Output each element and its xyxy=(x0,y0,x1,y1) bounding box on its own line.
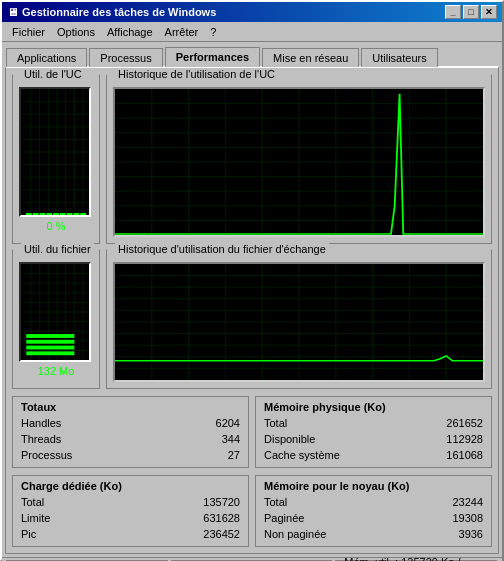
maximize-button[interactable]: □ xyxy=(463,5,479,19)
file-value: 132 Mo xyxy=(19,365,93,377)
file-history-label: Historique d'utilisation du fichier d'éc… xyxy=(115,243,329,255)
threads-label: Threads xyxy=(21,431,61,447)
stats-charge-dediee: Charge dédiée (Ko) Total 135720 Limite 6… xyxy=(12,475,249,547)
mem-dispo-label: Disponible xyxy=(264,431,315,447)
threads-value: 344 xyxy=(222,431,240,447)
window-title: Gestionnaire des tâches de Windows xyxy=(22,6,216,18)
file-util-label: Util. du fichier xyxy=(21,243,94,255)
file-history-group: Historique d'utilisation du fichier d'éc… xyxy=(106,249,492,389)
title-bar: 🖥 Gestionnaire des tâches de Windows _ □… xyxy=(2,2,502,22)
cpu-history-graph xyxy=(113,87,485,237)
cache-value: 161068 xyxy=(446,447,483,463)
mem-total-label: Total xyxy=(264,415,287,431)
stats-row-noyau-non-paginee: Non paginée 3936 xyxy=(264,526,483,542)
totaux-title: Totaux xyxy=(21,401,240,413)
noyau-non-paginee-value: 3936 xyxy=(459,526,483,542)
minimize-button[interactable]: _ xyxy=(445,5,461,19)
file-screen xyxy=(19,262,91,362)
file-util-group: Util. du fichier xyxy=(12,249,100,389)
charge-pic-label: Pic xyxy=(21,526,36,542)
noyau-paginee-value: 19308 xyxy=(452,510,483,526)
svg-rect-64 xyxy=(26,351,74,355)
noyau-total-value: 23244 xyxy=(452,494,483,510)
cpu-history-svg xyxy=(115,89,483,235)
tab-performances[interactable]: Performances xyxy=(165,47,260,67)
main-window: 🖥 Gestionnaire des tâches de Windows _ □… xyxy=(0,0,504,561)
stats-mem-noyau: Mémoire pour le noyau (Ko) Total 23244 P… xyxy=(255,475,492,547)
menubar: Fichier Options Affichage Arrêter ? xyxy=(2,22,502,42)
menu-options[interactable]: Options xyxy=(51,24,101,40)
cache-label: Cache système xyxy=(264,447,340,463)
file-history-svg xyxy=(115,264,483,380)
close-button[interactable]: ✕ xyxy=(481,5,497,19)
stats-row-charge-limite: Limite 631628 xyxy=(21,510,240,526)
stats-mem-physique: Mémoire physique (Ko) Total 261652 Dispo… xyxy=(255,396,492,468)
svg-rect-18 xyxy=(40,213,46,215)
mem-noyau-title: Mémoire pour le noyau (Ko) xyxy=(264,480,483,492)
content-area: Util. de l'UC xyxy=(5,66,499,554)
svg-rect-23 xyxy=(73,213,79,215)
processus-label: Processus xyxy=(21,447,72,463)
mem-total-value: 261652 xyxy=(446,415,483,431)
stats-row-noyau-total: Total 23244 xyxy=(264,494,483,510)
menu-affichage[interactable]: Affichage xyxy=(101,24,159,40)
stats-row-charge-pic: Pic 236452 xyxy=(21,526,240,542)
cpu-bar-chart xyxy=(21,89,91,215)
stats-row-charge-total: Total 135720 xyxy=(21,494,240,510)
svg-rect-62 xyxy=(26,340,74,344)
charge-limite-label: Limite xyxy=(21,510,50,526)
noyau-non-paginee-label: Non paginée xyxy=(264,526,326,542)
cpu-value: 0 % xyxy=(19,220,93,232)
svg-rect-20 xyxy=(53,213,59,215)
svg-rect-17 xyxy=(33,213,39,215)
mem-dispo-value: 112928 xyxy=(446,431,483,447)
noyau-paginee-label: Paginée xyxy=(264,510,304,526)
window-icon: 🖥 xyxy=(7,6,18,18)
monitors-row-top: Util. de l'UC xyxy=(12,74,492,244)
statusbar: Processus : 27 UC utilisée : 0% Mém. uti… xyxy=(2,557,502,561)
stats-row-processus: Processus 27 xyxy=(21,447,240,463)
cpu-history-group: Historique de l'utilisation de l'UC xyxy=(106,74,492,244)
menu-fichier[interactable]: Fichier xyxy=(6,24,51,40)
charge-dediee-title: Charge dédiée (Ko) xyxy=(21,480,240,492)
svg-rect-19 xyxy=(46,213,52,215)
noyau-total-label: Total xyxy=(264,494,287,510)
mem-physique-title: Mémoire physique (Ko) xyxy=(264,401,483,413)
stats-row-threads: Threads 344 xyxy=(21,431,240,447)
svg-rect-63 xyxy=(26,346,74,350)
svg-rect-16 xyxy=(26,213,32,215)
stats-row-mem-total: Total 261652 xyxy=(264,415,483,431)
stats-section-bottom: Charge dédiée (Ko) Total 135720 Limite 6… xyxy=(12,475,492,547)
stats-totaux: Totaux Handles 6204 Threads 344 Processu… xyxy=(12,396,249,468)
tabs-bar: Applications Processus Performances Mise… xyxy=(2,42,502,66)
stats-row-mem-dispo: Disponible 112928 xyxy=(264,431,483,447)
svg-rect-22 xyxy=(67,213,73,215)
title-bar-buttons[interactable]: _ □ ✕ xyxy=(445,5,497,19)
stats-row-handles: Handles 6204 xyxy=(21,415,240,431)
tab-applications[interactable]: Applications xyxy=(6,48,87,67)
charge-pic-value: 236452 xyxy=(203,526,240,542)
svg-rect-61 xyxy=(26,334,74,338)
cpu-util-label: Util. de l'UC xyxy=(21,68,85,80)
cpu-screen xyxy=(19,87,91,217)
tab-processus[interactable]: Processus xyxy=(89,48,162,67)
svg-rect-24 xyxy=(80,213,86,215)
svg-rect-21 xyxy=(60,213,66,215)
handles-value: 6204 xyxy=(216,415,240,431)
menu-arreter[interactable]: Arrêter xyxy=(159,24,205,40)
status-mem-text: Mém. util. : 135720 Ko / 631628 K xyxy=(344,556,489,562)
charge-total-label: Total xyxy=(21,494,44,510)
title-bar-left: 🖥 Gestionnaire des tâches de Windows xyxy=(7,6,216,18)
tab-utilisateurs[interactable]: Utilisateurs xyxy=(361,48,437,67)
stats-row-noyau-paginee: Paginée 19308 xyxy=(264,510,483,526)
charge-limite-value: 631628 xyxy=(203,510,240,526)
file-bar-chart xyxy=(21,264,91,360)
tab-mise-en-reseau[interactable]: Mise en réseau xyxy=(262,48,359,67)
processus-value: 27 xyxy=(228,447,240,463)
menu-help[interactable]: ? xyxy=(204,24,222,40)
file-history-graph xyxy=(113,262,485,382)
stats-section-top: Totaux Handles 6204 Threads 344 Processu… xyxy=(12,396,492,468)
stats-row-cache: Cache système 161068 xyxy=(264,447,483,463)
monitors-row-bottom: Util. du fichier xyxy=(12,249,492,389)
handles-label: Handles xyxy=(21,415,61,431)
